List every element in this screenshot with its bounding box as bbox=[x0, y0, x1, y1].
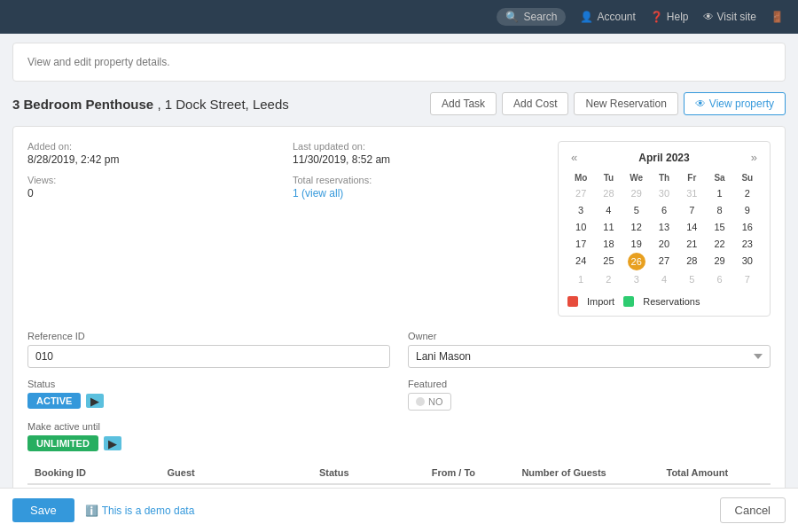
form-row-3: Make active until UNLIMITED ▶ bbox=[27, 421, 771, 451]
cal-day[interactable]: 30 bbox=[734, 253, 761, 270]
reference-id-group: Reference ID bbox=[27, 331, 390, 368]
cal-day[interactable]: 5 bbox=[623, 202, 650, 218]
cal-day[interactable]: 4 bbox=[595, 202, 622, 218]
cal-day[interactable]: 17 bbox=[567, 236, 594, 252]
cal-day[interactable]: 13 bbox=[651, 219, 677, 235]
cal-day[interactable]: 24 bbox=[567, 253, 594, 270]
cal-day[interactable]: 20 bbox=[651, 236, 677, 252]
cal-day-header: Mo bbox=[567, 171, 594, 184]
cal-day[interactable]: 12 bbox=[623, 219, 650, 235]
cal-day[interactable]: 9 bbox=[734, 202, 761, 218]
col-status: Status bbox=[312, 462, 425, 484]
account-nav-item[interactable]: 👤 Account bbox=[580, 11, 635, 23]
make-active-toggle-wrap: UNLIMITED ▶ bbox=[27, 435, 390, 451]
cal-day[interactable]: 31 bbox=[678, 185, 705, 201]
add-task-button[interactable]: Add Task bbox=[430, 92, 497, 115]
cal-day[interactable]: 10 bbox=[567, 219, 594, 235]
search-box[interactable]: 🔍 Search bbox=[497, 8, 566, 26]
total-reservations-value: 1 (view all) bbox=[293, 187, 540, 200]
status-toggle-button[interactable]: ▶ bbox=[86, 394, 104, 408]
added-on-label: Added on: bbox=[27, 141, 275, 152]
cal-day[interactable]: 16 bbox=[734, 219, 761, 235]
added-on-group: Added on: 8/28/2019, 2:42 pm bbox=[27, 141, 275, 166]
account-icon: 👤 bbox=[580, 11, 593, 23]
cal-day[interactable]: 11 bbox=[595, 219, 622, 235]
cal-day-header: Su bbox=[734, 171, 761, 184]
bookings-table-header: Booking ID Guest Status From / To Number… bbox=[27, 462, 771, 484]
cal-day[interactable]: 26 bbox=[628, 253, 645, 270]
logout-nav-item[interactable]: 🚪 bbox=[771, 11, 784, 23]
help-icon: ❓ bbox=[650, 11, 663, 23]
last-updated-value: 11/30/2019, 8:52 am bbox=[293, 153, 540, 166]
cal-day-header: We bbox=[623, 171, 650, 184]
cal-day[interactable]: 18 bbox=[595, 236, 622, 252]
action-buttons: Add Task Add Cost New Reservation 👁 View… bbox=[430, 92, 786, 115]
property-address: , 1 Dock Street, Leeds bbox=[157, 97, 288, 112]
total-reservations-label: Total reservations: bbox=[293, 175, 540, 185]
cal-day[interactable]: 21 bbox=[678, 236, 705, 252]
property-name: 3 Bedroom Penthouse bbox=[12, 97, 153, 112]
make-active-toggle-button[interactable]: ▶ bbox=[104, 436, 121, 450]
cal-day[interactable]: 7 bbox=[678, 202, 705, 218]
cal-day[interactable]: 4 bbox=[651, 271, 677, 287]
featured-group: Featured NO bbox=[408, 379, 771, 411]
cal-day[interactable]: 2 bbox=[734, 185, 761, 201]
view-all-link[interactable]: 1 (view all) bbox=[293, 187, 343, 200]
cancel-button[interactable]: Cancel bbox=[720, 497, 786, 523]
cal-day[interactable]: 1 bbox=[706, 185, 732, 201]
cal-day[interactable]: 30 bbox=[651, 185, 677, 201]
cal-day[interactable]: 27 bbox=[567, 185, 594, 201]
main-content: Added on: 8/28/2019, 2:42 pm Views: 0 La… bbox=[12, 126, 786, 532]
cal-day[interactable]: 25 bbox=[595, 253, 622, 270]
view-property-button[interactable]: 👁 View property bbox=[684, 92, 786, 115]
cal-day[interactable]: 28 bbox=[678, 253, 705, 270]
cal-day[interactable]: 29 bbox=[623, 185, 650, 201]
cal-day[interactable]: 15 bbox=[706, 219, 732, 235]
cal-day[interactable]: 29 bbox=[706, 253, 732, 270]
cal-day[interactable]: 14 bbox=[678, 219, 705, 235]
reservations-legend-label: Reservations bbox=[643, 296, 700, 307]
cal-day[interactable]: 22 bbox=[706, 236, 732, 252]
cal-day[interactable]: 28 bbox=[595, 185, 622, 201]
calendar-section: « April 2023 » MoTuWeThFrSaSu27282930311… bbox=[558, 141, 771, 317]
col-booking-id: Booking ID bbox=[27, 462, 160, 484]
last-updated-label: Last updated on: bbox=[293, 141, 540, 152]
eye-icon: 👁 bbox=[695, 98, 706, 110]
added-on-value: 8/28/2019, 2:42 pm bbox=[27, 153, 275, 166]
cal-day[interactable]: 6 bbox=[706, 271, 732, 287]
property-header: 3 Bedroom Penthouse , 1 Dock Street, Lee… bbox=[12, 92, 786, 115]
cal-day[interactable]: 3 bbox=[623, 271, 650, 287]
search-icon: 🔍 bbox=[505, 11, 519, 23]
featured-no-badge: NO bbox=[408, 393, 451, 411]
owner-label: Owner bbox=[408, 331, 771, 341]
cal-day[interactable]: 3 bbox=[567, 202, 594, 218]
cal-day[interactable]: 6 bbox=[651, 202, 677, 218]
status-label: Status bbox=[27, 379, 390, 389]
reference-id-input[interactable] bbox=[27, 345, 390, 368]
cal-day[interactable]: 7 bbox=[734, 271, 761, 287]
total-reservations-group: Total reservations: 1 (view all) bbox=[293, 175, 540, 200]
cal-day-header: Tu bbox=[595, 171, 622, 184]
cal-day-header: Fr bbox=[678, 171, 705, 184]
cal-day[interactable]: 1 bbox=[567, 271, 594, 287]
calendar-grid: MoTuWeThFrSaSu27282930311234567891011121… bbox=[567, 171, 761, 287]
add-cost-button[interactable]: Add Cost bbox=[502, 92, 568, 115]
save-button[interactable]: Save bbox=[12, 498, 74, 522]
owner-select[interactable]: Lani Mason bbox=[408, 345, 771, 368]
help-nav-item[interactable]: ❓ Help bbox=[650, 11, 689, 23]
cal-day[interactable]: 23 bbox=[734, 236, 761, 252]
calendar-prev-button[interactable]: « bbox=[567, 151, 581, 164]
cal-day[interactable]: 5 bbox=[678, 271, 705, 287]
cal-day[interactable]: 27 bbox=[651, 253, 677, 270]
form-row-1: Reference ID Owner Lani Mason bbox=[27, 331, 771, 368]
cal-day[interactable]: 19 bbox=[623, 236, 650, 252]
logout-icon: 🚪 bbox=[771, 11, 784, 23]
visit-site-nav-item[interactable]: 👁 Visit site bbox=[703, 11, 756, 23]
cal-day[interactable]: 2 bbox=[595, 271, 622, 287]
new-reservation-button[interactable]: New Reservation bbox=[574, 92, 677, 115]
empty-group bbox=[408, 421, 771, 451]
eye-icon: 👁 bbox=[703, 11, 714, 23]
calendar-next-button[interactable]: » bbox=[747, 151, 761, 164]
reference-id-label: Reference ID bbox=[27, 331, 390, 341]
cal-day[interactable]: 8 bbox=[706, 202, 732, 218]
